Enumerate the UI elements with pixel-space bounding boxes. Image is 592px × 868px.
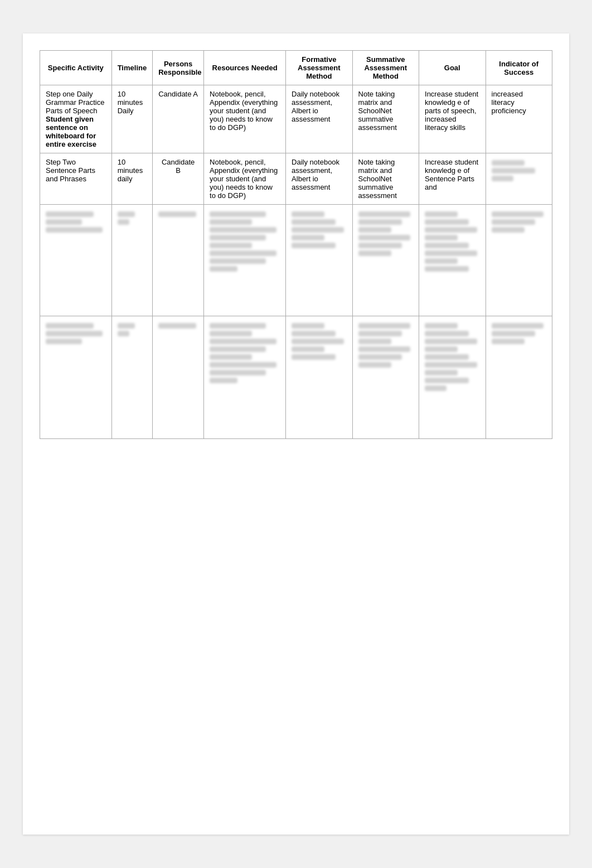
cell-activity-3 [40,205,112,316]
blurred-line [425,323,458,329]
cell-timeline-4 [111,316,153,439]
cell-persons-3 [153,205,204,316]
blurred-line [425,354,469,360]
page-container: Specific Activity Timeline Persons Respo… [23,33,569,835]
cell-formative-2: Daily notebook assessment, Albert io ass… [286,153,352,205]
cell-indicator-4 [486,316,552,439]
cell-formative-4 [286,316,352,439]
cell-summative-3 [352,205,419,316]
blurred-line [292,346,324,352]
cell-timeline-2: 10 minutes daily [111,153,153,205]
blurred-line [425,250,477,256]
cell-goal-4 [419,316,486,439]
blurred-line [292,331,336,336]
blurred-line [210,250,276,256]
blurred-line [210,211,266,217]
main-table: Specific Activity Timeline Persons Respo… [40,50,552,439]
cell-indicator-1: increased literacy proficiency [486,85,552,153]
cell-timeline-1: 10 minutes Daily [111,85,153,153]
blurred-line [118,211,135,217]
blurred-line [46,323,94,329]
blurred-line [46,227,103,233]
header-indicator: Indicator of Success [486,51,552,85]
header-persons: Persons Responsible [153,51,204,85]
header-resources: Resources Needed [204,51,286,85]
blurred-line [358,219,402,225]
cell-summative-2: Note taking matrix and SchoolNet summati… [352,153,419,205]
header-goal: Goal [419,51,486,85]
blurred-line [210,378,237,383]
blurred-line [210,354,252,360]
blurred-line [425,385,447,391]
cell-summative-1: Note taking matrix and SchoolNet summati… [352,85,419,153]
cell-summative-4 [352,316,419,439]
blurred-line [425,235,458,240]
blurred-line [425,211,458,217]
cell-persons-2: Candidate B [153,153,204,205]
cell-resources-2: Notebook, pencil, Appendix (everything y… [204,153,286,205]
header-summative: Summative Assessment Method [352,51,419,85]
blurred-line [492,227,525,233]
cell-indicator-3 [486,205,552,316]
blurred-line [118,219,129,225]
blurred-line [425,339,477,344]
blurred-line [425,219,469,225]
blurred-line [210,370,266,375]
cell-persons-1: Candidate A [153,85,204,153]
blurred-line [210,227,276,233]
blurred-line [358,331,402,336]
blurred-line [492,176,513,181]
blurred-line [118,323,135,329]
blurred-line [358,362,391,368]
blurred-line [425,243,469,248]
blurred-line [118,331,129,336]
cell-activity-2: Step Two Sentence Parts and Phrases [40,153,112,205]
blurred-line [46,219,82,225]
blurred-line [292,227,344,233]
blurred-line [425,258,458,264]
cell-activity-1: Step one Daily Grammar Practice Parts of… [40,85,112,153]
blurred-line [46,339,82,344]
blurred-line [358,250,391,256]
cell-activity-4 [40,316,112,439]
blurred-line [210,219,252,225]
blurred-line [292,211,324,217]
blurred-line [492,331,536,336]
table-row: Step one Daily Grammar Practice Parts of… [40,85,552,153]
table-row: Step Two Sentence Parts and Phrases 10 m… [40,153,552,205]
blurred-line [492,323,544,329]
blurred-line [210,235,266,240]
blurred-line [492,160,525,166]
blurred-line [210,243,252,248]
blurred-line [158,211,196,217]
blurred-line [358,235,411,240]
blurred-line [158,323,196,329]
blurred-line [358,323,411,329]
blurred-line [492,168,536,173]
blurred-line [425,266,469,272]
blurred-line [292,323,324,329]
blurred-line [292,243,336,248]
blurred-line [492,339,525,344]
cell-goal-1: Increase student knowledg e of parts of … [419,85,486,153]
blurred-line [46,331,103,336]
table-row-blurred [40,316,552,439]
cell-formative-3 [286,205,352,316]
bold-activity-text: Student given sentence on whiteboard for… [46,115,96,148]
blurred-line [210,339,276,344]
cell-resources-4 [204,316,286,439]
blurred-line [425,227,477,233]
blurred-line [46,211,94,217]
blurred-line [492,219,536,225]
cell-persons-4 [153,316,204,439]
blurred-line [292,235,324,240]
blurred-line [292,219,336,225]
blurred-line [358,354,402,360]
cell-timeline-3 [111,205,153,316]
blurred-line [210,331,252,336]
table-row-blurred [40,205,552,316]
blurred-line [358,339,391,344]
blurred-line [425,378,469,383]
blurred-line [210,323,266,329]
cell-resources-3 [204,205,286,316]
